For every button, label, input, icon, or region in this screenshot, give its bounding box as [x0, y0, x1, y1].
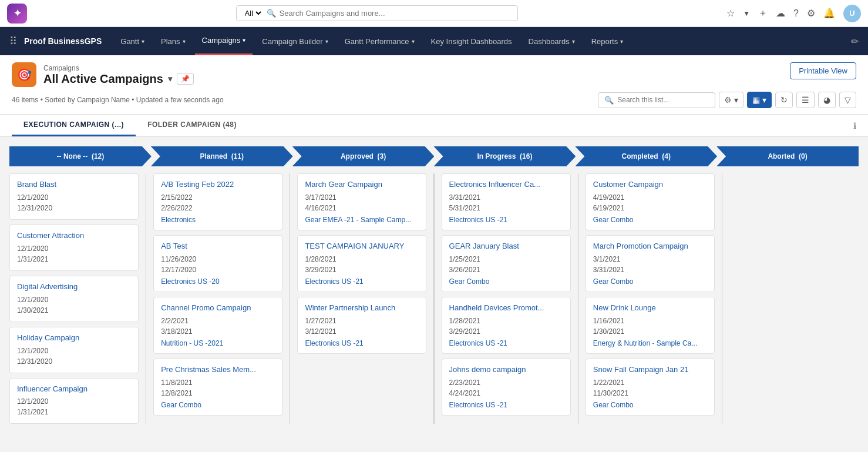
star-icon[interactable]: ☆ — [726, 8, 735, 19]
chevron-down-icon: ▾ — [243, 37, 245, 43]
card-digital-advertising[interactable]: Digital Advertising 12/1/20201/30/2021 — [9, 276, 139, 322]
meta-info: 46 items • Sorted by Campaign Name • Upd… — [12, 96, 224, 104]
nav-dashboards[interactable]: Dashboards ▾ — [522, 27, 582, 55]
brand-name: Proof BusinessGPS — [24, 36, 102, 46]
pipeline-stage-aborted[interactable]: Aborted (0) — [716, 146, 859, 166]
col-divider-4 — [578, 173, 578, 424]
card-handheld-devices[interactable]: Handheld Devices Promot... 1/28/20213/29… — [442, 297, 571, 354]
kanban-board: Brand Blast 12/1/202012/31/2020 Customer… — [9, 173, 859, 424]
nav-gantt-performance[interactable]: Gantt Performance ▾ — [338, 27, 422, 55]
global-search: All 🔍 — [236, 5, 518, 21]
breadcrumb-section: 🎯 Campaigns All Active Campaigns ▾ 📌 — [12, 62, 194, 87]
kanban-view-button[interactable]: ▦ ▾ — [747, 92, 772, 108]
card-ab-testing-feb[interactable]: A/B Testing Feb 2022 2/15/20222/26/2022 … — [153, 173, 282, 230]
chevron-down-icon: ▾ — [325, 38, 328, 45]
card-march-gear[interactable]: March Gear Campaign 3/17/20214/16/2021 G… — [297, 173, 426, 230]
chevron-down-icon: ▾ — [412, 38, 415, 45]
search-input[interactable] — [280, 9, 512, 18]
info-icon[interactable]: ℹ — [853, 121, 856, 130]
title-dropdown-icon[interactable]: ▾ — [168, 74, 172, 83]
chevron-down-icon: ▾ — [620, 38, 623, 45]
card-winter-partnership[interactable]: Winter Partnership Launch 1/27/20213/12/… — [297, 297, 426, 354]
card-march-promotion[interactable]: March Promotion Campaign 3/1/20213/31/20… — [586, 235, 715, 292]
search-icon: 🔍 — [267, 9, 276, 18]
card-ab-test[interactable]: AB Test 11/26/202012/17/2020 Electronics… — [153, 235, 282, 292]
card-influencer-campaign[interactable]: Influencer Campaign 12/1/20201/31/2021 — [9, 378, 139, 424]
pin-button[interactable]: 📌 — [177, 73, 194, 85]
kanban-cards-completed: Customer Campaign 4/19/20216/19/2021 Gea… — [586, 173, 715, 416]
card-channel-promo[interactable]: Channel Promo Campaign 2/2/20213/18/2021… — [153, 297, 282, 354]
pipeline-stage-planned[interactable]: Planned (11) — [151, 146, 293, 166]
tab-execution-campaign[interactable]: EXECUTION CAMPAIGN (...) — [12, 115, 136, 136]
edit-nav-icon[interactable]: ✏ — [851, 36, 859, 47]
settings-icon[interactable]: ⚙ — [807, 8, 815, 19]
campaign-icon: 🎯 — [12, 62, 36, 87]
avatar[interactable]: U — [843, 5, 861, 22]
pipeline: -- None -- (12) Planned (11) Approved (3… — [9, 146, 859, 166]
refresh-button[interactable]: ↻ — [775, 92, 793, 108]
nav-plans[interactable]: Plans ▾ — [154, 27, 193, 55]
kanban-col-completed: Customer Campaign 4/19/20216/19/2021 Gea… — [586, 173, 715, 416]
help-icon[interactable]: ? — [793, 8, 799, 19]
kanban-col-none: Brand Blast 12/1/202012/31/2020 Customer… — [9, 173, 139, 424]
nav-campaigns[interactable]: Campaigns ▾ — [195, 27, 253, 55]
nav-grid-icon[interactable]: ⠿ — [9, 35, 17, 48]
card-gear-january-blast[interactable]: GEAR January Blast 1/25/20213/26/2021 Ge… — [442, 235, 571, 292]
list-search: 🔍 — [598, 92, 715, 108]
kanban-cards-approved: March Gear Campaign 3/17/20214/16/2021 G… — [297, 173, 426, 354]
card-customer-attraction[interactable]: Customer Attraction 12/1/20201/31/2021 — [9, 225, 139, 271]
kanban-col-inprogress: Electronics Influencer Ca... 3/31/20215/… — [442, 173, 571, 416]
nav-gantt[interactable]: Gantt ▾ — [113, 27, 152, 55]
filter-button[interactable]: ▽ — [839, 92, 856, 108]
search-filter-select[interactable]: All — [243, 8, 263, 18]
card-snow-fall[interactable]: Snow Fall Campaign Jan 21 1/22/202111/30… — [586, 359, 715, 416]
card-electronics-influencer[interactable]: Electronics Influencer Ca... 3/31/20215/… — [442, 173, 571, 230]
chevron-down-icon: ▾ — [142, 38, 144, 45]
col-divider-1 — [146, 173, 146, 424]
page-title: All Active Campaigns ▾ 📌 — [43, 72, 194, 86]
notifications-icon[interactable]: 🔔 — [823, 8, 835, 19]
add-icon[interactable]: ＋ — [758, 7, 768, 19]
breadcrumb: Campaigns — [43, 64, 194, 72]
card-pre-christmas[interactable]: Pre Christmas Sales Mem... 11/8/202112/8… — [153, 359, 282, 416]
settings-view-button[interactable]: ⚙ ▾ — [719, 92, 743, 108]
tabs-bar: EXECUTION CAMPAIGN (...) FOLDER CAMPAIGN… — [12, 115, 248, 136]
nav-bar: ⠿ Proof BusinessGPS Gantt ▾ Plans ▾ Camp… — [0, 27, 868, 55]
pipeline-stage-none[interactable]: -- None -- (12) — [9, 146, 152, 166]
nav-campaign-builder[interactable]: Campaign Builder ▾ — [255, 27, 335, 55]
cloud-icon[interactable]: ☁ — [776, 8, 785, 19]
card-test-campaign-jan[interactable]: TEST CAMPAIGN JANUARY 1/28/20213/29/2021… — [297, 235, 426, 292]
app-logo[interactable]: ✦ — [7, 4, 27, 24]
kanban-col-planned: A/B Testing Feb 2022 2/15/20222/26/2022 … — [153, 173, 282, 416]
nav-reports[interactable]: Reports ▾ — [584, 27, 631, 55]
chart-view-button[interactable]: ◕ — [818, 92, 836, 108]
toolbar: 🔍 ⚙ ▾ ▦ ▾ ↻ ☰ ◕ ▽ — [598, 92, 856, 108]
nav-key-insight[interactable]: Key Insight Dashboards — [424, 27, 519, 55]
printable-view-button[interactable]: Printable View — [790, 62, 856, 79]
card-brand-blast[interactable]: Brand Blast 12/1/202012/31/2020 — [9, 173, 139, 220]
page-header: 🎯 Campaigns All Active Campaigns ▾ 📌 Pri… — [0, 55, 868, 115]
card-johns-demo[interactable]: Johns demo campaign 2/23/20214/24/2021 E… — [442, 359, 571, 416]
card-customer-campaign[interactable]: Customer Campaign 4/19/20216/19/2021 Gea… — [586, 173, 715, 230]
kanban-cards-none: Brand Blast 12/1/202012/31/2020 Customer… — [9, 173, 139, 424]
search-icon: 🔍 — [604, 96, 614, 105]
list-view-button[interactable]: ☰ — [796, 92, 815, 108]
card-holiday-campaign[interactable]: Holiday Campaign 12/1/202012/31/2020 — [9, 327, 139, 373]
pipeline-stage-completed[interactable]: Completed (4) — [575, 146, 717, 166]
pipeline-stage-approved[interactable]: Approved (3) — [292, 146, 435, 166]
dropdown-icon[interactable]: ▼ — [743, 9, 750, 18]
pipeline-stage-inprogress[interactable]: In Progress (16) — [433, 146, 576, 166]
kanban-cards-inprogress: Electronics Influencer Ca... 3/31/20215/… — [442, 173, 571, 416]
tab-folder-campaign[interactable]: FOLDER CAMPAIGN (48) — [136, 115, 248, 136]
col-divider-3 — [433, 173, 434, 424]
col-divider-5 — [722, 173, 722, 424]
col-divider-2 — [290, 173, 290, 424]
card-new-drink-lounge[interactable]: New Drink Lounge 1/16/20211/30/2021 Ener… — [586, 297, 715, 354]
chevron-down-icon: ▾ — [183, 38, 186, 45]
top-bar: ✦ All 🔍 ☆ ▼ ＋ ☁ ? ⚙ 🔔 U — [0, 0, 868, 27]
kanban-col-approved: March Gear Campaign 3/17/20214/16/2021 G… — [297, 173, 426, 354]
chevron-down-icon: ▾ — [572, 38, 575, 45]
top-bar-actions: ☆ ▼ ＋ ☁ ? ⚙ 🔔 U — [726, 5, 861, 22]
list-search-input[interactable] — [617, 96, 709, 104]
kanban-cards-planned: A/B Testing Feb 2022 2/15/20222/26/2022 … — [153, 173, 282, 416]
